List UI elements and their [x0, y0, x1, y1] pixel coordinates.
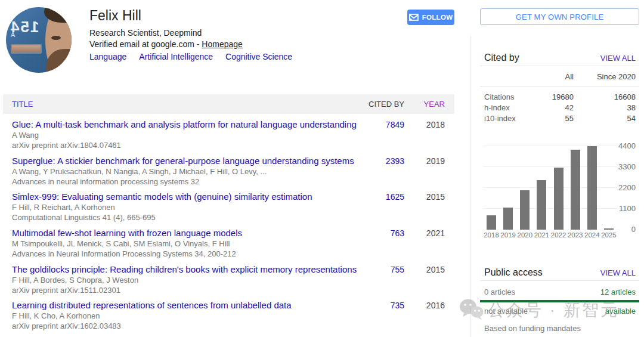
article-year: 2015	[426, 265, 445, 274]
chart-x-label: 2018	[483, 231, 500, 239]
article-title-link[interactable]: Multimodal few-shot learning with frozen…	[12, 228, 361, 238]
article-venue: arXiv preprint arXiv:1804.07461	[12, 141, 454, 150]
stat-label-i10-index: i10-index	[484, 114, 516, 123]
articles-table-header: TITLE CITED BY YEAR	[3, 94, 454, 114]
chart-x-label: 2019	[500, 231, 516, 239]
cited-by-count-link[interactable]: 763	[391, 228, 404, 238]
citations-chart-xlabels: 20182019202020212022202320242025	[483, 231, 617, 239]
column-header-year[interactable]: YEAR	[424, 100, 445, 109]
cited-by-count-link[interactable]: 2393	[386, 156, 404, 166]
public-access-not-available-label: not available	[484, 307, 528, 316]
article-title-link[interactable]: Glue: A multi-task benchmark and analysi…	[12, 119, 361, 129]
public-access-not-available-count: 0 articles	[484, 287, 515, 296]
public-access-footnote: Based on funding mandates	[484, 324, 581, 333]
stats-column-all: All	[565, 72, 574, 81]
stat-value: 19680	[552, 92, 574, 101]
divider	[480, 280, 639, 281]
chart-bar	[567, 146, 584, 230]
chart-x-label: 2025	[600, 231, 617, 239]
profile-interests: Language Artificial Intelligence Cogniti…	[89, 52, 292, 61]
table-row: Learning distributed representations of …	[12, 300, 454, 330]
article-year: 2018	[426, 120, 445, 129]
table-row: Superglue: A stickier benchmark for gene…	[12, 156, 454, 186]
article-venue: Advances in Neural Information Processin…	[12, 249, 454, 258]
chart-bar	[584, 146, 600, 230]
profile-photo[interactable]: 154 A	[6, 7, 72, 73]
table-row: The goldilocks principle: Reading childr…	[12, 264, 454, 295]
chart-x-label: 2023	[567, 231, 584, 239]
chart-y-tick: 1100	[619, 204, 636, 213]
chart-x-label: 2020	[516, 231, 533, 239]
chart-y-tick: 2200	[618, 183, 636, 192]
cited-by-view-all-link[interactable]: VIEW ALL	[600, 54, 636, 63]
article-authors: F Hill, A Bordes, S Chopra, J Weston	[12, 276, 454, 285]
page-title: Felix Hill	[89, 8, 141, 24]
get-my-own-profile-button[interactable]: GET MY OWN PROFILE	[480, 8, 639, 25]
article-authors: A Wang, Y Pruksachatkun, N Nangia, A Sin…	[12, 167, 454, 176]
stats-column-since-2020: Since 2020	[597, 72, 636, 81]
article-venue: Computational Linguistics 41 (4), 665-69…	[12, 213, 454, 222]
cited-by-count-link[interactable]: 735	[391, 301, 404, 310]
table-row: Multimodal few-shot learning with frozen…	[12, 228, 454, 258]
cited-by-count-link[interactable]: 7849	[386, 120, 404, 129]
interest-link-language[interactable]: Language	[89, 52, 126, 61]
article-venue: Advances in neural information processin…	[12, 177, 454, 186]
chart-x-label: 2022	[550, 231, 567, 239]
stat-value: 55	[565, 114, 574, 123]
article-year: 2019	[426, 156, 445, 166]
verified-email-text: Verified email at google.com -	[89, 39, 202, 49]
article-year: 2015	[426, 192, 445, 202]
chart-bar	[533, 146, 550, 230]
envelope-plus-icon: +	[409, 14, 419, 21]
chart-y-tick: 4400	[618, 141, 636, 150]
chart-bar	[500, 146, 516, 230]
public-access-heading[interactable]: Public access	[484, 267, 543, 278]
chart-x-label: 2021	[533, 231, 550, 239]
stat-label-citations: Citations	[484, 92, 515, 101]
public-access-progress-bar	[480, 300, 639, 302]
column-header-title[interactable]: TITLE	[12, 100, 33, 109]
article-authors: F Hill, K Cho, A Korhonen	[12, 311, 454, 320]
cited-by-heading[interactable]: Cited by	[484, 52, 519, 63]
public-access-view-all-link[interactable]: VIEW ALL	[600, 268, 636, 277]
chart-bar	[483, 146, 500, 230]
divider	[480, 86, 639, 86]
follow-button-label: FOLLOW	[422, 14, 453, 21]
citations-chart	[483, 146, 617, 230]
chart-x-label: 2024	[584, 231, 600, 239]
avatar-eye	[51, 36, 61, 40]
article-authors: F Hill, R Reichart, A Korhonen	[12, 203, 454, 212]
chart-bar	[516, 146, 533, 230]
stat-label-h-index: h-index	[484, 103, 510, 112]
article-title-link[interactable]: Superglue: A stickier benchmark for gene…	[12, 156, 361, 166]
cited-by-count-link[interactable]: 755	[391, 265, 404, 274]
column-header-cited-by[interactable]: CITED BY	[369, 100, 404, 109]
citations-chart-bars	[483, 146, 617, 230]
article-title-link[interactable]: Simlex-999: Evaluating semantic models w…	[12, 191, 361, 202]
stat-value: 54	[627, 114, 636, 123]
stat-value: 16608	[614, 92, 636, 101]
interest-link-cognitive-science[interactable]: Cognitive Science	[225, 52, 292, 61]
chart-bar	[550, 146, 567, 230]
table-row: Simlex-999: Evaluating semantic models w…	[12, 191, 454, 222]
cited-by-count-link[interactable]: 1625	[386, 192, 404, 202]
article-year: 2021	[426, 228, 445, 238]
svg-text:+: +	[409, 17, 411, 21]
avatar-plate-letter: A	[11, 31, 15, 38]
scholar-profile-page: 154 A Felix Hill Research Scientist, Dee…	[0, 0, 644, 337]
citations-chart-ylabels: 01100220033004400	[620, 146, 636, 230]
chart-bar	[600, 146, 617, 230]
sidebar-divider	[470, 36, 471, 337]
article-venue: arXiv preprint arXiv:1511.02301	[12, 286, 454, 295]
homepage-link[interactable]: Homepage	[202, 39, 243, 49]
interest-link-artificial-intelligence[interactable]: Artificial Intelligence	[139, 52, 213, 61]
follow-button[interactable]: + FOLLOW	[407, 10, 454, 25]
article-authors: A Wang	[12, 131, 454, 140]
article-title-link[interactable]: The goldilocks principle: Reading childr…	[12, 264, 361, 274]
stat-value: 42	[565, 103, 574, 112]
article-title-link[interactable]: Learning distributed representations of …	[12, 300, 361, 310]
chart-y-tick: 0	[631, 225, 636, 234]
public-access-available-count-link[interactable]: 12 articles	[600, 287, 636, 296]
article-year: 2016	[426, 301, 445, 310]
article-venue: arXiv preprint arXiv:1602.03483	[12, 321, 454, 330]
